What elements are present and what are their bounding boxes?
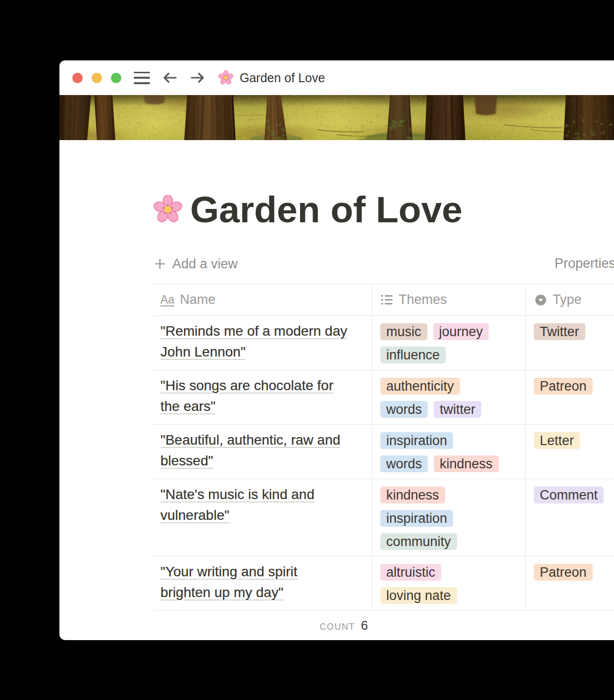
tag-journey: journey	[433, 323, 489, 340]
row-name[interactable]: "His songs are chocolate for the ears"	[154, 370, 372, 425]
cherry-blossom-page-icon[interactable]	[154, 195, 182, 224]
zoom-button[interactable]	[111, 73, 121, 83]
column-header-name[interactable]: Aa Name	[154, 284, 372, 316]
select-icon	[534, 294, 547, 306]
tag-Patreon: Patreon	[534, 564, 593, 581]
traffic-lights	[72, 73, 121, 83]
tag-words: words	[380, 455, 428, 472]
row-name[interactable]: "Your writing and spirit brighten up my …	[154, 556, 372, 611]
tag-Letter: Letter	[534, 432, 580, 449]
tag-kindness: kindness	[380, 487, 445, 503]
row-themes[interactable]: authenticitywordstwitter	[372, 370, 525, 425]
cover-image[interactable]	[59, 95, 614, 140]
tag-music: music	[380, 323, 427, 340]
row-themes[interactable]: altruisticloving nate	[372, 556, 525, 611]
row-type[interactable]: Comment	[525, 479, 614, 556]
tag-twitter: twitter	[434, 401, 481, 418]
table-footer-count[interactable]: COUNT 6	[154, 611, 372, 633]
list-icon	[381, 294, 393, 306]
tag-altruistic: altruistic	[380, 564, 441, 581]
properties-button[interactable]: Properties	[555, 256, 614, 271]
row-type[interactable]: Letter	[525, 425, 614, 479]
close-button[interactable]	[72, 73, 83, 83]
row-type[interactable]: Patreon	[525, 370, 614, 425]
row-type[interactable]: Patreon	[525, 556, 614, 611]
tag-words: words	[380, 401, 428, 418]
tag-loving-nate: loving nate	[380, 587, 457, 604]
window-title: Garden of Love	[240, 71, 325, 85]
tag-inspiration: inspiration	[380, 510, 453, 527]
forest-cover-art	[59, 95, 614, 140]
text-icon: Aa	[160, 294, 174, 306]
back-arrow-icon[interactable]	[162, 71, 178, 85]
tag-Patreon: Patreon	[534, 378, 593, 395]
sidebar-menu-icon[interactable]	[134, 71, 150, 85]
tag-inspiration: inspiration	[380, 432, 453, 449]
row-themes[interactable]: musicjourneyinfluence	[372, 316, 525, 370]
app-window: Garden of Love Garden of Love Add a view…	[59, 60, 614, 640]
database-table: Aa Name Themes Type "Reminds me of a mod…	[154, 284, 614, 611]
row-name[interactable]: "Nate's music is kind and vulnerable"	[154, 479, 372, 556]
window-titlebar: Garden of Love	[59, 60, 614, 95]
row-themes[interactable]: kindnessinspirationcommunity	[372, 479, 525, 556]
add-view-button[interactable]: Add a view	[154, 256, 238, 272]
plus-icon	[154, 257, 166, 270]
column-header-themes[interactable]: Themes	[372, 284, 525, 316]
page-title: Garden of Love	[154, 190, 614, 229]
column-header-type[interactable]: Type	[525, 284, 614, 316]
tag-kindness: kindness	[434, 455, 499, 472]
tag-influence: influence	[380, 347, 446, 363]
tag-authenticity: authenticity	[380, 378, 460, 395]
row-name[interactable]: "Reminds me of a modern day John Lennon"	[154, 316, 372, 370]
tag-community: community	[380, 533, 457, 550]
cherry-blossom-icon	[218, 70, 233, 85]
row-themes[interactable]: inspirationwordskindness	[372, 425, 525, 479]
row-name[interactable]: "Beautiful, authentic, raw and blessed"	[154, 425, 372, 479]
tag-Twitter: Twitter	[534, 323, 585, 340]
tag-Comment: Comment	[534, 487, 604, 503]
row-type[interactable]: Twitter	[525, 316, 614, 370]
forward-arrow-icon[interactable]	[190, 71, 205, 85]
minimize-button[interactable]	[92, 73, 102, 83]
